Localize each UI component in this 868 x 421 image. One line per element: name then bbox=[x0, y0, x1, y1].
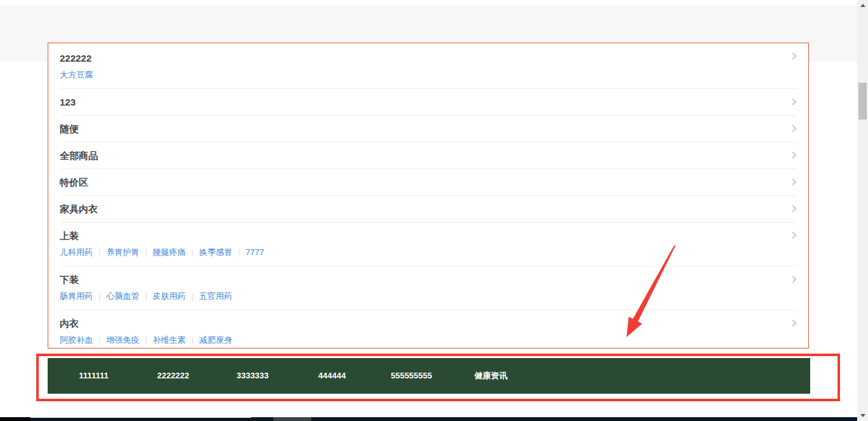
category-title[interactable]: 随便 bbox=[60, 122, 79, 136]
category-sublinks: 肠胃用药|心脑血管|皮肤用药|五官用药 bbox=[60, 289, 797, 304]
chevron-right-icon[interactable] bbox=[789, 319, 796, 326]
link-divider: | bbox=[191, 292, 193, 301]
chevron-right-icon[interactable] bbox=[789, 178, 796, 185]
scroll-up-icon bbox=[860, 4, 865, 7]
category-title[interactable]: 下装 bbox=[60, 273, 79, 287]
category-sublinks: 儿科用药|养胃护胃|腰腿疼痛|换季感冒|7777 bbox=[60, 245, 797, 260]
category-row: 123 bbox=[60, 89, 797, 116]
browser-viewport: 222222大方豆腐123随便全部商品特价区家具内衣上装儿科用药|养胃护胃|腰腿… bbox=[0, 0, 868, 421]
link-divider: | bbox=[145, 248, 147, 257]
category-row: 随便 bbox=[60, 116, 797, 142]
category-row: 上装儿科用药|养胃护胃|腰腿疼痛|换季感冒|7777 bbox=[60, 223, 797, 266]
footer-nav-item[interactable]: 1111111 bbox=[54, 358, 133, 394]
category-sublink[interactable]: 减肥廋身 bbox=[199, 335, 232, 345]
category-row: 特价区 bbox=[60, 169, 797, 196]
footer-nav-item[interactable]: 444444 bbox=[292, 358, 372, 394]
chevron-right-icon[interactable] bbox=[789, 98, 796, 105]
category-sublink[interactable]: 儿科用药 bbox=[60, 247, 93, 257]
category-sublink[interactable]: 换季感冒 bbox=[199, 247, 232, 257]
footer-nav-item[interactable]: 555555555 bbox=[372, 358, 451, 394]
scrollbar-thumb[interactable] bbox=[858, 83, 867, 120]
category-title[interactable]: 家具内衣 bbox=[60, 202, 98, 216]
link-divider: | bbox=[145, 292, 147, 301]
link-divider: | bbox=[98, 248, 100, 257]
category-title[interactable]: 上装 bbox=[60, 229, 79, 243]
category-title[interactable]: 内衣 bbox=[60, 317, 79, 331]
category-sublinks: 阿胶补血|增强免疫|补维生素|减肥廋身 bbox=[60, 333, 797, 348]
page-bottom-footer-edge bbox=[0, 417, 857, 421]
category-row: 全部商品 bbox=[60, 142, 797, 169]
link-divider: | bbox=[238, 248, 240, 257]
category-title[interactable]: 特价区 bbox=[60, 176, 88, 190]
link-divider: | bbox=[145, 336, 147, 345]
category-sublink[interactable]: 大方豆腐 bbox=[60, 70, 93, 79]
category-title[interactable]: 全部商品 bbox=[60, 149, 98, 163]
chevron-right-icon[interactable] bbox=[789, 125, 796, 132]
category-row: 家具内衣 bbox=[60, 196, 797, 223]
chevron-right-icon[interactable] bbox=[789, 205, 796, 212]
chevron-right-icon[interactable] bbox=[789, 231, 796, 238]
scrollbar-up-button[interactable] bbox=[857, 0, 868, 11]
category-sublink[interactable]: 7777 bbox=[246, 247, 264, 257]
category-sublink[interactable]: 增强免疫 bbox=[106, 335, 139, 345]
footer-edge-highlight-line bbox=[31, 417, 251, 418]
category-sublink[interactable]: 五官用药 bbox=[199, 291, 232, 301]
scrollbar-down-button[interactable] bbox=[857, 410, 868, 421]
link-divider: | bbox=[191, 248, 193, 257]
category-row: 内衣阿胶补血|增强免疫|补维生素|减肥廋身 bbox=[60, 310, 797, 354]
category-sublink[interactable]: 补维生素 bbox=[153, 335, 186, 345]
footer-nav-bar: 111111122222223333333444444555555555健康资讯 bbox=[48, 358, 810, 394]
category-sublink[interactable]: 肠胃用药 bbox=[60, 291, 93, 301]
category-sublinks: 大方豆腐 bbox=[60, 67, 797, 83]
category-sublink[interactable]: 腰腿疼痛 bbox=[153, 247, 186, 257]
category-title[interactable]: 222222 bbox=[60, 52, 92, 66]
category-sublink[interactable]: 心脑血管 bbox=[106, 291, 139, 301]
footer-edge-segment bbox=[273, 417, 311, 421]
footer-nav-list: 111111122222223333333444444555555555健康资讯 bbox=[48, 358, 810, 394]
category-row: 下装肠胃用药|心脑血管|皮肤用药|五官用药 bbox=[60, 266, 797, 310]
category-title[interactable]: 123 bbox=[60, 95, 76, 109]
link-divider: | bbox=[191, 336, 193, 345]
category-sublink[interactable]: 阿胶补血 bbox=[60, 335, 93, 345]
chevron-right-icon[interactable] bbox=[789, 151, 796, 158]
category-row: 222222大方豆腐 bbox=[60, 43, 797, 89]
footer-nav-item[interactable]: 健康资讯 bbox=[451, 358, 531, 394]
scroll-down-icon bbox=[860, 414, 865, 417]
scrollbar[interactable] bbox=[857, 0, 868, 421]
category-sublink[interactable]: 皮肤用药 bbox=[153, 291, 186, 301]
link-divider: | bbox=[98, 336, 100, 345]
link-divider: | bbox=[98, 292, 100, 301]
category-sublink[interactable]: 养胃护胃 bbox=[106, 247, 139, 257]
footer-edge-segment bbox=[0, 417, 29, 421]
chevron-right-icon[interactable] bbox=[789, 275, 796, 282]
category-panel: 222222大方豆腐123随便全部商品特价区家具内衣上装儿科用药|养胃护胃|腰腿… bbox=[48, 43, 809, 349]
footer-nav-item[interactable]: 3333333 bbox=[213, 358, 292, 394]
footer-nav-item[interactable]: 2222222 bbox=[133, 358, 213, 394]
chevron-right-icon[interactable] bbox=[789, 52, 796, 59]
